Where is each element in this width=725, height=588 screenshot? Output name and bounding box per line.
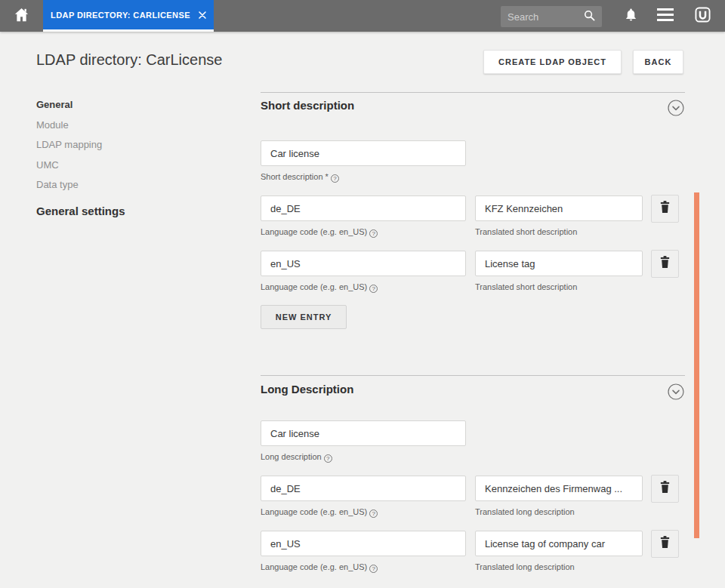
help-icon[interactable]: ? [331,174,339,183]
long-lang-code-input-0[interactable] [261,476,466,501]
sidebar-section-title: General settings [36,205,125,217]
delete-long-row-1-button[interactable] [651,530,679,558]
tab-label: LDAP DIRECTORY: CARLICENSE [51,11,190,20]
help-icon[interactable]: ? [369,509,378,518]
long-lang-code-input-1[interactable] [261,531,466,556]
nav-item-module[interactable]: Module [36,115,102,136]
chevron-down-circle-icon [668,100,684,119]
umc-window: LDAP DIRECTORY: CARLICENSE [0,0,725,588]
short-translation-input-1[interactable] [475,251,643,276]
section-nav: General Module LDAP mapping UMC Data typ… [36,95,102,195]
tab-ldap-directory-carlicense[interactable]: LDAP DIRECTORY: CARLICENSE [43,0,214,32]
page-title: LDAP directory: CarLicense [36,51,222,69]
global-search [501,6,602,27]
short-translation-label-0: Translated short description [475,227,577,236]
collapse-short-description-button[interactable] [667,100,685,119]
hamburger-icon [657,8,674,24]
menu-button[interactable] [652,0,678,32]
long-translation-input-1[interactable] [475,531,643,556]
short-translation-input-0[interactable] [475,195,643,221]
short-description-input[interactable] [261,140,466,166]
short-lang-code-input-0[interactable] [261,195,466,221]
home-icon [13,6,30,26]
scroll-indicator[interactable] [694,192,699,538]
bell-icon [624,7,638,26]
nav-item-general[interactable]: General [36,95,102,115]
short-description-section-title: Short description [261,99,354,112]
section-divider [261,92,685,93]
long-description-label: Long description? [261,452,332,463]
short-translation-label-1: Translated short description [475,282,577,291]
nav-item-data-type[interactable]: Data type [36,175,102,195]
top-bar: LDAP DIRECTORY: CARLICENSE [0,0,725,32]
form-column: Short description Short description *? L… [261,0,685,588]
trash-icon [659,536,671,552]
long-description-section-title: Long Description [261,383,353,396]
long-translation-label-0: Translated long description [475,507,575,516]
long-translation-label-1: Translated long description [475,562,575,571]
long-lang-code-label-0: Language code (e.g. en_US)? [261,507,378,518]
new-entry-button[interactable]: NEW ENTRY [261,305,347,329]
univention-logo-icon [695,7,711,26]
help-icon[interactable]: ? [369,229,378,238]
notifications-button[interactable] [618,0,643,32]
nav-item-umc[interactable]: UMC [36,155,102,176]
long-description-input[interactable] [261,420,466,446]
short-lang-code-label-0: Language code (e.g. en_US)? [261,227,378,238]
delete-short-row-0-button[interactable] [651,195,679,223]
trash-icon [659,481,671,497]
short-lang-code-input-1[interactable] [261,251,466,276]
home-button[interactable] [0,0,42,32]
collapse-long-description-button[interactable] [667,384,685,402]
delete-short-row-1-button[interactable] [651,250,679,278]
nav-item-ldap-mapping[interactable]: LDAP mapping [36,135,102,155]
section-divider [261,375,685,376]
long-lang-code-label-1: Language code (e.g. en_US)? [261,562,378,573]
univention-logo-button[interactable] [687,0,717,32]
short-lang-code-label-1: Language code (e.g. en_US)? [261,282,378,293]
trash-icon [659,201,671,217]
chevron-down-circle-icon [668,383,684,403]
search-input[interactable] [508,11,584,23]
short-description-label: Short description *? [261,172,339,183]
search-icon[interactable] [584,10,595,24]
delete-long-row-0-button[interactable] [651,475,679,503]
help-icon[interactable]: ? [369,285,378,293]
long-translation-input-0[interactable] [475,476,643,501]
help-icon[interactable]: ? [369,565,378,573]
help-icon[interactable]: ? [324,454,332,463]
trash-icon [659,256,671,272]
tab-close-icon[interactable] [199,11,206,19]
